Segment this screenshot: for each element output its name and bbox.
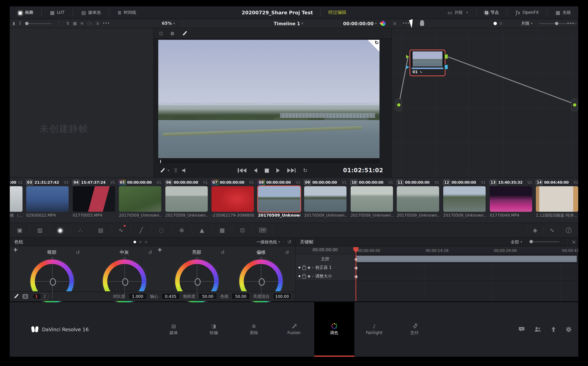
wheel-handle[interactable]	[259, 278, 265, 286]
keyframe-zoom-slider[interactable]	[529, 242, 559, 242]
clip-item[interactable]: 14 00:04:40:00 V1 1.12国投回顾篇 纯净...	[536, 179, 578, 218]
clip-item[interactable]: :00 V1 频 （...	[10, 179, 22, 218]
curves-icon[interactable]: ∿	[111, 226, 131, 235]
node-key-output-port[interactable]	[444, 65, 448, 69]
panel-toggle-icon[interactable]: ▮	[13, 21, 15, 25]
reset-grade-icon[interactable]: ↺	[284, 239, 291, 244]
output-node[interactable]	[571, 99, 578, 111]
stop-button[interactable]	[265, 168, 269, 172]
master-track-bar[interactable]	[356, 256, 577, 262]
node-view-toggle[interactable]	[493, 22, 502, 25]
tab-gallery[interactable]: ▣ 画廊 ▾	[14, 6, 38, 19]
tracker-icon[interactable]: ⊕	[172, 226, 192, 235]
auto-balance-chip[interactable]: A	[22, 294, 28, 299]
scopes-icon[interactable]: ∿	[543, 226, 560, 235]
timeline-timecode[interactable]: 00:00:00:00▾	[343, 21, 376, 26]
timeline-select[interactable]: Timeline 1▾	[274, 21, 303, 26]
wipe-mode-icon[interactable]: ◫	[159, 31, 163, 35]
viewer-zoom-select[interactable]: 65%▾	[162, 21, 175, 26]
grid-mode-icon[interactable]: ▦	[170, 31, 174, 35]
page-tab-fusion[interactable]: Fusion	[274, 302, 314, 357]
clip-item[interactable]: 04 15:47:37:24 V1 01770055.MP4	[73, 179, 115, 217]
camera-raw-icon[interactable]: ▣	[10, 226, 30, 235]
tab-nodes[interactable]: ⧉ 节点 ▾	[480, 6, 503, 19]
color-boost-icon[interactable]	[381, 21, 386, 26]
page-tab-fairlight[interactable]: ♪ Fairlight	[354, 302, 394, 357]
wheel-reset-icon[interactable]: ↺	[76, 250, 80, 255]
tab-openfx[interactable]: ƒx OpenFX ▾	[511, 6, 543, 19]
page-tab-edit[interactable]: ≣ 剪辑	[234, 302, 274, 357]
tab-media-pool[interactable]: ▤ 媒体池 ▾	[77, 6, 105, 19]
page-tab-deliver[interactable]: 交付	[394, 302, 434, 357]
enhanced-viewer-icon[interactable]: ⇲	[393, 21, 396, 26]
page-tab-color[interactable]: 调色	[314, 302, 354, 357]
clip-item[interactable]: 13 15:40:35:32 V1 01770049.MP4	[490, 179, 532, 217]
clip-item[interactable]: 08 00:00:00:00 V1 20170509_Unknown...	[258, 179, 301, 217]
keyframe-expand-icon[interactable]: ⇲	[567, 238, 575, 246]
qualifier-icon[interactable]: ╱	[131, 226, 152, 235]
clip-item[interactable]: 03 21:31:27:42 V1 02930022.MP4	[26, 179, 69, 217]
clip-item[interactable]: 06 00:00:00:00 V1 20170509_Unknown...	[165, 179, 208, 217]
wheel-handle[interactable]	[50, 278, 56, 286]
tab-lut[interactable]: ▦ LUT ▾	[45, 6, 69, 19]
tab-lightbox[interactable]: ▦ 光箱 ▾	[551, 6, 575, 19]
project-manager-icon[interactable]	[551, 327, 556, 332]
viewer-image[interactable]: ↻	[158, 40, 380, 158]
viewer-scrub-bar[interactable]	[158, 160, 380, 163]
collaboration-icon[interactable]	[534, 327, 541, 332]
sizing-icon[interactable]: ⊡	[233, 226, 253, 235]
list-view-icon[interactable]: ≡	[80, 21, 84, 25]
color-wheels-icon[interactable]: ◉	[50, 226, 71, 235]
keyframe-filter-select[interactable]: 全部▾	[511, 239, 522, 244]
keyframe-track-row[interactable]: ›调整大小	[295, 272, 578, 281]
step-back-button[interactable]	[254, 168, 257, 173]
tab-timelines[interactable]: ≣ 时间线 ▾	[113, 6, 141, 19]
bypass-corner-badge[interactable]: ↻	[368, 40, 379, 52]
wheel-handle[interactable]	[122, 278, 128, 286]
thumb-size-slider[interactable]	[25, 23, 51, 24]
node-rgb-output-port[interactable]	[444, 54, 448, 59]
clip-item[interactable]: 10 00:00:00:00 V1 20170509_Unknown...	[351, 179, 393, 217]
stereo-3d-icon[interactable]: 3D	[253, 226, 273, 235]
tab-clips[interactable]: ▭ 片段 ▾	[443, 6, 472, 19]
scrub-playhead[interactable]	[160, 160, 161, 163]
node-graph-panel[interactable]: 01∿	[392, 28, 578, 177]
loop-button[interactable]: ↻	[303, 168, 308, 174]
power-window-icon[interactable]: ◌	[151, 226, 172, 235]
grab-still-icon[interactable]: ↧	[18, 21, 22, 25]
wheel-mode-select[interactable]: 一级校色轮▾	[257, 239, 280, 244]
play-button[interactable]	[276, 168, 280, 173]
clip-item[interactable]: 09 00:00:00:00 V1 20170509_Unknown...	[304, 179, 346, 217]
settings-gear-icon[interactable]	[566, 327, 572, 332]
chat-icon[interactable]	[519, 327, 525, 332]
magic-enhance-icon[interactable]	[182, 30, 187, 36]
stills-icon[interactable]: ▤	[91, 226, 111, 235]
wheel-handle[interactable]	[194, 278, 200, 286]
node-key-input-port[interactable]	[406, 65, 409, 69]
skip-end-button[interactable]	[287, 168, 296, 173]
auto-color-wand-icon[interactable]	[14, 294, 19, 299]
corrector-node-01[interactable]: 01∿	[410, 50, 445, 76]
node-mode-select[interactable]: 片段▾	[521, 21, 532, 26]
page-tab-cut[interactable]: ◨ 快编	[194, 302, 234, 357]
color-wheel[interactable]	[29, 258, 75, 304]
wheel-reset-icon[interactable]: ↺	[148, 250, 152, 255]
skip-start-button[interactable]	[238, 168, 246, 173]
expand-icon[interactable]: ⇲	[96, 21, 99, 25]
pan-tool-icon[interactable]	[420, 21, 424, 26]
clip-item[interactable]: 12 00:00:00:00 V1 20170509_Unknown...	[443, 179, 486, 217]
keyframe-track-row[interactable]: 主控	[295, 255, 578, 264]
wheel-reset-icon[interactable]: ↺	[285, 250, 289, 255]
clip-item[interactable]: 11 00:00:00:00 V1 20170509_Unknown...	[397, 179, 439, 217]
more-options-icon[interactable]: •••	[102, 21, 110, 25]
clip-item[interactable]: 05 00:00:00:00 V1 20170509_Unknown...	[119, 179, 161, 217]
keyframe-track-row[interactable]: ›校正器 1	[295, 263, 578, 272]
wheel-reset-icon[interactable]: ↺	[220, 250, 225, 255]
clip-item[interactable]: 07 00:00:00:00 V1 -235062179-3098809...	[212, 179, 254, 217]
color-wheel[interactable]	[174, 258, 220, 304]
node-rgb-input-port[interactable]	[406, 55, 409, 59]
selection-tool-icon[interactable]	[409, 19, 415, 28]
param-轴心[interactable]: 0.435	[161, 293, 180, 300]
source-node[interactable]	[395, 99, 402, 111]
node-more-icon[interactable]: •••	[567, 21, 574, 26]
